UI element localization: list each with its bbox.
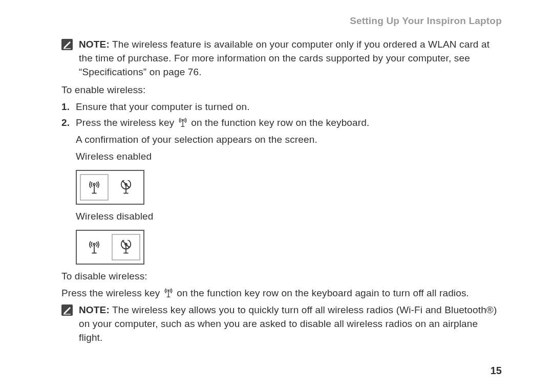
confirmation-text: A confirmation of your selection appears… <box>76 133 502 147</box>
step-number: 2. <box>61 116 73 130</box>
note-label: NOTE: <box>79 39 110 50</box>
step2-post: on the function key row on the keyboard. <box>191 117 369 128</box>
enabled-label: Wireless enabled <box>76 150 502 164</box>
note-pencil-icon <box>61 304 73 316</box>
note-block-1: NOTE: The wireless feature is available … <box>61 38 502 79</box>
disable-intro: To disable wireless: <box>61 270 502 284</box>
note-text-2: NOTE: The wireless key allows you to qui… <box>79 303 502 345</box>
note-body: The wireless key allows you to quickly t… <box>79 304 497 343</box>
wireless-enabled-panel <box>76 170 144 205</box>
step2-pre: Press the wireless key <box>76 117 177 128</box>
disabled-label: Wireless disabled <box>76 210 502 224</box>
note-pencil-icon <box>61 39 73 50</box>
note-body: The wireless feature is available on you… <box>79 39 490 77</box>
step-2: 2. Press the wireless key on the functio… <box>61 116 502 130</box>
note-text-1: NOTE: The wireless feature is available … <box>79 38 502 79</box>
step-text: Press the wireless key on the function k… <box>76 116 502 130</box>
wireless-off-cell <box>112 234 140 260</box>
section-header: Setting Up Your Inspiron Laptop <box>61 15 502 27</box>
note-block-2: NOTE: The wireless key allows you to qui… <box>61 303 502 345</box>
step-number: 1. <box>61 100 73 114</box>
document-page: Setting Up Your Inspiron Laptop NOTE: Th… <box>0 0 553 392</box>
wireless-on-cell <box>80 174 109 201</box>
disable-pre: Press the wireless key <box>61 288 163 298</box>
disable-line: Press the wireless key on the function k… <box>61 287 502 300</box>
note-label: NOTE: <box>79 304 110 315</box>
wireless-disabled-panel <box>76 230 144 265</box>
step-text: Ensure that your computer is turned on. <box>76 100 502 114</box>
wireless-off-cell <box>112 174 140 201</box>
page-number: 15 <box>491 365 502 377</box>
wireless-on-cell <box>80 234 109 260</box>
body-text: NOTE: The wireless feature is available … <box>61 38 502 345</box>
enable-intro: To enable wireless: <box>61 83 502 97</box>
disable-post: on the function key row on the keyboard … <box>177 288 469 298</box>
step-1: 1. Ensure that your computer is turned o… <box>61 100 502 114</box>
wireless-key-icon <box>163 288 174 298</box>
wireless-key-icon <box>177 117 188 127</box>
